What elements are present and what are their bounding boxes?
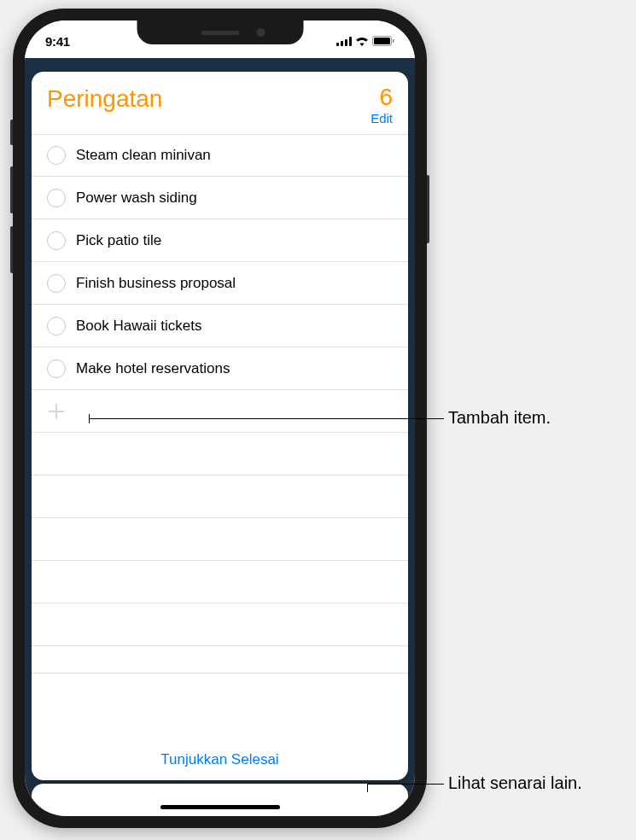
reminder-row[interactable]: Pick patio tile — [32, 219, 408, 262]
reminder-row[interactable]: Power wash siding — [32, 177, 408, 219]
complete-radio[interactable] — [47, 359, 66, 378]
callout-view-lists: Lihat senarai lain. — [448, 773, 582, 793]
mute-switch — [10, 120, 13, 145]
empty-row — [32, 433, 408, 475]
reminder-text: Make hotel reservations — [76, 360, 230, 377]
reminder-list: Steam clean minivan Power wash siding Pi… — [32, 134, 408, 739]
notch — [137, 20, 303, 44]
complete-radio[interactable] — [47, 317, 66, 335]
reminder-text: Steam clean minivan — [76, 147, 211, 164]
empty-row — [32, 475, 408, 518]
reminder-row[interactable]: Make hotel reservations — [32, 347, 408, 390]
callout-line — [367, 784, 444, 785]
svg-rect-1 — [341, 41, 343, 46]
svg-rect-6 — [393, 39, 394, 43]
reminder-row[interactable]: Finish business proposal — [32, 262, 408, 305]
speaker — [201, 31, 239, 35]
battery-icon — [372, 36, 394, 46]
svg-rect-5 — [374, 38, 390, 44]
home-indicator[interactable] — [160, 805, 280, 809]
complete-radio[interactable] — [47, 146, 66, 165]
item-count: 6 — [371, 85, 393, 109]
complete-radio[interactable] — [47, 231, 66, 250]
reminders-card: Peringatan 6 Edit Steam clean minivan Po… — [32, 72, 408, 780]
empty-row — [32, 561, 408, 604]
status-time: 9:41 — [45, 34, 70, 49]
empty-row — [32, 604, 408, 646]
card-header: Peringatan 6 Edit — [32, 72, 408, 134]
signal-icon — [336, 37, 352, 46]
callout-tick — [89, 414, 90, 423]
plus-icon — [47, 402, 66, 421]
complete-radio[interactable] — [47, 189, 66, 207]
status-indicators — [336, 36, 394, 46]
empty-row — [32, 518, 408, 561]
svg-rect-3 — [349, 37, 352, 46]
callout-line — [89, 418, 444, 419]
reminder-row[interactable]: Book Hawaii tickets — [32, 305, 408, 347]
show-completed-button[interactable]: Tunjukkan Selesai — [32, 739, 408, 780]
volume-down-button — [10, 226, 13, 273]
reminder-text: Book Hawaii tickets — [76, 318, 201, 335]
app-content: Peringatan 6 Edit Steam clean minivan Po… — [25, 58, 415, 816]
edit-button[interactable]: Edit — [371, 111, 393, 125]
list-title: Peringatan — [47, 85, 162, 113]
power-button — [427, 175, 429, 243]
callout-tick — [367, 784, 368, 792]
reminder-row[interactable]: Steam clean minivan — [32, 134, 408, 177]
front-camera — [256, 28, 265, 37]
empty-row — [32, 646, 408, 674]
reminder-text: Pick patio tile — [76, 232, 161, 249]
svg-rect-0 — [336, 43, 339, 46]
wifi-icon — [355, 36, 369, 46]
reminder-text: Finish business proposal — [76, 275, 236, 292]
reminder-text: Power wash siding — [76, 190, 197, 207]
callout-add-item: Tambah item. — [448, 408, 551, 428]
lists-sheet[interactable] — [32, 784, 408, 816]
add-item-row[interactable] — [32, 390, 408, 433]
svg-rect-2 — [345, 39, 347, 46]
complete-radio[interactable] — [47, 274, 66, 293]
volume-up-button — [10, 166, 13, 213]
